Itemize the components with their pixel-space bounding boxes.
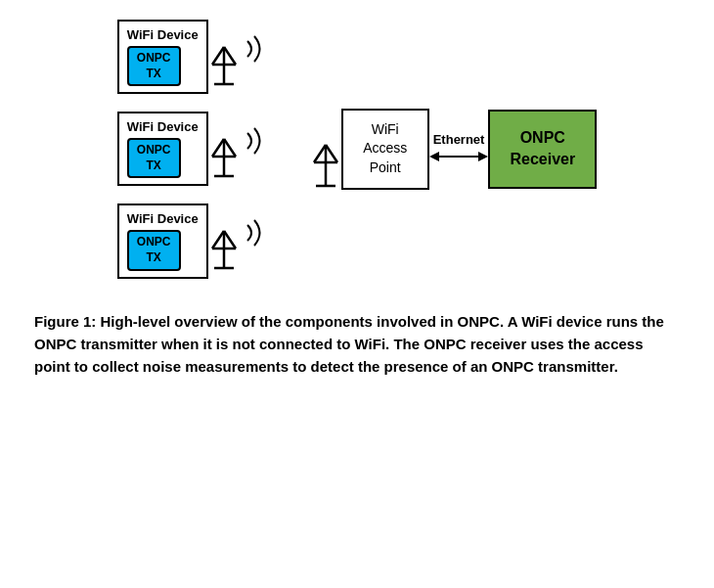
wifi-device-group-2: WiFi Device ONPCTX	[117, 112, 269, 186]
antenna-group-1	[206, 27, 269, 86]
onpc-receiver-label: ONPCReceiver	[510, 127, 575, 171]
svg-line-13	[224, 231, 236, 249]
wifi-device-group-3: WiFi Device ONPCTX	[117, 204, 269, 278]
svg-line-17	[314, 145, 326, 162]
device-box-1: WiFi Device ONPCTX	[117, 20, 208, 94]
right-section: WiFiAccessPoint Ethernet	[308, 109, 597, 190]
ap-row: WiFiAccessPoint Ethernet	[308, 109, 597, 190]
ethernet-arrow-group: Ethernet	[429, 132, 489, 166]
signal-icon-1	[242, 29, 269, 68]
device-box-3: WiFi Device ONPCTX	[117, 204, 208, 278]
wifi-access-point-label: WiFiAccessPoint	[363, 120, 407, 178]
diagram-area: WiFi Device ONPCTX	[20, 20, 694, 279]
ethernet-receiver-group: Ethernet ONPCReceiver	[429, 110, 597, 189]
antenna-icon-3	[206, 211, 242, 270]
svg-line-2	[212, 47, 224, 65]
signal-icon-2	[242, 121, 269, 160]
wifi-access-point-box: WiFiAccessPoint	[341, 109, 429, 190]
caption-text: Figure 1: High-level overview of the com…	[34, 313, 664, 376]
antenna-icon-2	[206, 119, 242, 178]
ap-antenna-group	[308, 110, 343, 188]
svg-line-8	[224, 139, 236, 157]
svg-line-12	[212, 231, 224, 249]
onpc-receiver-box: ONPCReceiver	[488, 110, 597, 189]
svg-marker-21	[429, 152, 439, 161]
onpc-tx-box-1: ONPCTX	[127, 46, 181, 86]
device-label-2: WiFi Device	[127, 119, 199, 134]
svg-line-18	[326, 145, 337, 162]
antenna-group-2	[206, 119, 269, 178]
ap-antenna-icon	[308, 110, 343, 188]
double-arrow-icon	[429, 147, 488, 166]
wifi-device-group-1: WiFi Device ONPCTX	[117, 20, 269, 94]
svg-line-3	[224, 47, 236, 65]
antenna-icon-1	[206, 27, 242, 86]
figure-caption: Figure 1: High-level overview of the com…	[34, 310, 680, 379]
onpc-tx-box-2: ONPCTX	[127, 138, 181, 178]
device-label-1: WiFi Device	[127, 27, 199, 42]
device-box-2: WiFi Device ONPCTX	[117, 112, 208, 186]
svg-marker-22	[478, 152, 488, 161]
antenna-group-3	[206, 211, 269, 270]
onpc-tx-box-3: ONPCTX	[127, 230, 181, 270]
signal-icon-3	[242, 213, 269, 252]
left-column: WiFi Device ONPCTX	[117, 20, 269, 279]
svg-line-7	[212, 139, 224, 157]
device-label-3: WiFi Device	[127, 211, 199, 226]
ethernet-label: Ethernet	[433, 132, 485, 147]
